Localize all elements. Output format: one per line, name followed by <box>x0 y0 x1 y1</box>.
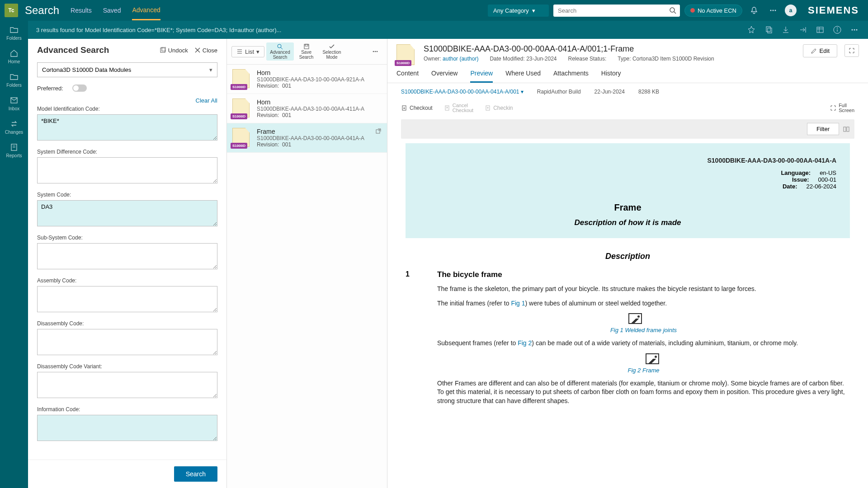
assembly-input[interactable] <box>37 286 217 312</box>
result-dmc: S1000DBIKE-AAA-DA3-10-00-00AA-411A-A <box>257 106 382 112</box>
app-logo[interactable]: Tc <box>5 4 18 17</box>
table-icon[interactable] <box>816 25 825 34</box>
detail-tabs: Content Overview Preview Where Used Atta… <box>387 64 868 83</box>
action-bar: Checkout CancelCheckout Checkin FullScre… <box>387 100 868 119</box>
results-panel: List ▾ AdvancedSearch SaveSearch Selecti… <box>227 39 387 488</box>
type-select[interactable]: Cortona3D S1000D Data Modules <box>37 62 217 77</box>
subsystem-input[interactable] <box>37 243 217 269</box>
no-active-ecn[interactable]: No Active ECN <box>684 5 742 17</box>
field-label: System Difference Code: <box>37 149 217 155</box>
owner-link[interactable]: author (author) <box>443 56 478 62</box>
tab-content[interactable]: Content <box>396 70 419 83</box>
adv-footer: Search <box>28 460 226 488</box>
overflow-icon[interactable] <box>850 25 859 34</box>
section-title: The bicycle frame <box>437 270 850 279</box>
checkin-button: Checkin <box>485 105 513 111</box>
field-label: Disassembly Code Variant: <box>37 363 217 370</box>
copy-icon[interactable] <box>764 25 773 34</box>
toolbar-overflow[interactable] <box>368 47 382 56</box>
doc-code: S1000DBIKE-AAA-DA3-00-00-00AA-041A-A <box>419 157 836 164</box>
edit-button[interactable]: Edit <box>803 44 837 57</box>
svg-line-28 <box>281 47 283 49</box>
results-summary: 3 results found for Model Identification… <box>36 27 281 33</box>
fullscreen-icon[interactable] <box>844 44 859 57</box>
rail-home[interactable]: Home <box>8 49 20 64</box>
tab-attachments[interactable]: Attachments <box>553 70 589 83</box>
rail-reports[interactable]: Reports <box>6 143 22 158</box>
svg-rect-21 <box>162 47 166 51</box>
list-view-button[interactable]: List ▾ <box>231 46 264 57</box>
field-label: Information Code: <box>37 406 217 413</box>
tab-advanced[interactable]: Advanced <box>132 1 160 20</box>
system-code-input[interactable]: DA3 <box>37 200 217 226</box>
rail-folders[interactable]: Folders <box>6 72 21 88</box>
adv-search-button[interactable]: AdvancedSearch <box>266 42 293 61</box>
info-icon[interactable] <box>833 25 842 34</box>
selection-mode-button[interactable]: SelectionMode <box>319 42 344 61</box>
avatar[interactable]: a <box>785 5 797 16</box>
rail-inbox[interactable]: Inbox <box>9 96 19 111</box>
export-icon[interactable] <box>781 25 790 34</box>
split-icon[interactable] <box>843 126 850 133</box>
adv-title: Advanced Search <box>37 45 109 55</box>
svg-point-32 <box>375 51 376 52</box>
tab-saved[interactable]: Saved <box>103 1 121 19</box>
cancel-checkout-button: CancelCheckout <box>444 103 473 113</box>
result-item-2[interactable]: S1000D Frame S1000DBIKE-AAA-DA3-00-00-00… <box>227 123 387 153</box>
clear-all-link[interactable]: Clear All <box>28 95 226 106</box>
revision-dropdown[interactable]: S1000DBIKE-AAA-DA3-00-00-00AA-041A-A/001… <box>401 89 524 95</box>
info-code-input[interactable] <box>37 415 217 441</box>
svg-rect-41 <box>847 127 849 131</box>
tab-where-used[interactable]: Where Used <box>505 70 541 83</box>
sys-diff-input[interactable] <box>37 157 217 183</box>
svg-point-16 <box>837 28 838 28</box>
result-item-1[interactable]: S1000D Horn S1000DBIKE-AAA-DA3-10-00-00A… <box>227 94 387 123</box>
undock-button[interactable]: Undock <box>160 47 188 54</box>
tab-results[interactable]: Results <box>71 1 92 19</box>
siemens-logo: SIEMENS <box>808 5 859 16</box>
disassembly-input[interactable] <box>37 329 217 355</box>
tab-preview[interactable]: Preview <box>470 70 493 83</box>
svg-point-31 <box>373 51 374 52</box>
svg-point-19 <box>856 29 858 31</box>
notifications-icon[interactable] <box>747 3 761 18</box>
category-dropdown[interactable]: Any Category ▾ <box>488 5 549 17</box>
search-button[interactable]: Search <box>174 466 217 482</box>
description-heading: Description <box>406 252 850 261</box>
tab-overview[interactable]: Overview <box>431 70 458 83</box>
rail-changes[interactable]: Changes <box>5 119 23 135</box>
share-icon[interactable] <box>798 25 807 34</box>
fig1-link[interactable]: Fig 1 <box>511 300 525 307</box>
more-icon[interactable] <box>766 3 780 18</box>
field-label: System Code: <box>37 192 217 198</box>
app-title: Search <box>25 4 59 17</box>
svg-point-33 <box>377 51 378 52</box>
open-icon[interactable] <box>375 128 382 134</box>
doc-icon: S1000D <box>232 69 251 88</box>
svg-rect-9 <box>766 27 770 32</box>
advanced-search-panel: Advanced Search Undock Close Cortona3D S… <box>28 39 227 488</box>
adv-header: Advanced Search Undock Close <box>28 39 226 59</box>
header-tabs: Results Saved Advanced <box>71 0 160 21</box>
result-item-0[interactable]: S1000D Horn S1000DBIKE-AAA-DA3-10-00-00A… <box>227 65 387 94</box>
tab-history[interactable]: History <box>601 70 621 83</box>
checkout-button[interactable]: Checkout <box>401 105 433 111</box>
close-button[interactable]: Close <box>195 47 217 54</box>
disassembly-variant-input[interactable] <box>37 372 217 398</box>
fig2-link[interactable]: Fig 2 <box>518 339 532 347</box>
rail-folders-top[interactable]: Folders <box>6 25 21 41</box>
search-input[interactable] <box>553 5 680 17</box>
svg-point-3 <box>772 10 774 11</box>
filter-button[interactable]: Filter <box>807 123 839 135</box>
preferred-toggle[interactable] <box>72 84 87 92</box>
svg-rect-11 <box>817 27 823 33</box>
save-search-button[interactable]: SaveSearch <box>296 42 317 61</box>
doc-icon: S1000D <box>232 99 251 117</box>
adv-body: Model Identification Code:*BIKE* System … <box>28 106 226 460</box>
content-scroll[interactable]: S1000DBIKE-AAA-DA3-00-00-00AA-041A-A Lan… <box>387 143 868 488</box>
search-icon[interactable] <box>669 7 676 14</box>
doc-h2: Description of how it is made <box>419 218 836 227</box>
model-id-input[interactable]: *BIKE* <box>37 114 217 141</box>
fullscreen-button[interactable]: FullScreen <box>830 103 854 113</box>
ai-icon[interactable] <box>747 25 756 34</box>
